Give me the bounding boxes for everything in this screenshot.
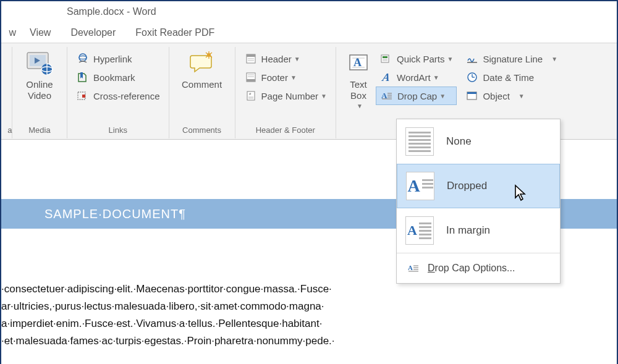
group-frag-label: a	[1, 125, 12, 136]
footer-label: Footer	[261, 72, 288, 83]
group-links: Hyperlink Bookmark Cross-reference Links	[67, 47, 169, 138]
drop-cap-none[interactable]: None	[397, 119, 560, 164]
quick-parts-button[interactable]: Quick Parts ▼	[376, 49, 457, 68]
tab-foxit[interactable]: Foxit Reader PDF	[125, 22, 224, 43]
page-number-label: Page Number	[261, 91, 319, 101]
wordart-label: WordArt	[397, 72, 431, 83]
comment-button[interactable]: Comment	[174, 47, 230, 90]
drop-cap-label: Drop Cap	[397, 91, 437, 101]
drop-cap-dropped[interactable]: A Dropped	[397, 164, 560, 208]
group-fragment: a	[1, 47, 12, 138]
svg-rect-15	[247, 54, 255, 57]
chevron-down-icon: ▼	[433, 74, 439, 81]
group-hf-label: Header & Footer	[256, 125, 315, 136]
group-comments-label: Comments	[182, 125, 221, 136]
comment-label: Comment	[182, 79, 222, 90]
svg-point-7	[79, 56, 87, 59]
header-button[interactable]: Header ▼	[240, 49, 331, 68]
bookmark-button[interactable]: Bookmark	[72, 68, 164, 87]
svg-rect-30	[381, 55, 389, 62]
drop-cap-menu: None A Dropped A In margin A Drop Cap Op…	[396, 119, 561, 284]
online-video-label: Online Video	[26, 79, 53, 101]
window-title: Sample.docx - Word	[1, 1, 617, 22]
quick-parts-label: Quick Parts	[397, 54, 445, 64]
drop-cap-dropped-icon: A	[406, 172, 434, 200]
svg-point-6	[79, 54, 87, 61]
drop-cap-dropped-label: Dropped	[447, 180, 487, 192]
tab-view[interactable]: View	[20, 22, 61, 43]
page-number-icon: #	[244, 90, 258, 101]
signature-line-label: Signature Line	[483, 54, 543, 64]
hyperlink-icon	[76, 53, 90, 64]
wordart-button[interactable]: A WordArt ▼	[376, 68, 457, 87]
cross-reference-label: Cross-reference	[93, 91, 160, 101]
body-line: ·consectetuer·adipiscing·elit.·Maecenas·…	[1, 281, 409, 298]
svg-rect-9	[82, 95, 85, 98]
chevron-down-icon: ▼	[294, 56, 300, 62]
hyperlink-button[interactable]: Hyperlink	[72, 49, 164, 68]
chevron-down-icon: ▼	[519, 93, 525, 99]
body-line: ar·ultricies,·purus·lectus·malesuada·lib…	[1, 298, 409, 315]
quick-parts-icon	[379, 53, 393, 64]
chevron-down-icon: ▼	[439, 93, 446, 99]
drop-cap-in-margin[interactable]: A In margin	[397, 208, 560, 253]
hyperlink-label: Hyperlink	[93, 54, 132, 64]
group-links-label: Links	[109, 125, 127, 136]
chevron-down-icon: ▼	[357, 103, 363, 109]
chevron-down-icon: ▼	[551, 56, 557, 62]
chevron-down-icon: ▼	[321, 93, 327, 99]
footer-button[interactable]: Footer ▼	[240, 68, 331, 87]
cross-reference-button[interactable]: Cross-reference	[72, 87, 164, 105]
header-icon	[244, 53, 258, 64]
drop-cap-none-label: None	[446, 135, 472, 148]
group-header-footer: Header ▼ Footer ▼ # Page Number ▼	[235, 47, 336, 138]
svg-rect-19	[247, 79, 255, 82]
object-button[interactable]: Object ▼	[462, 87, 561, 105]
text-box-icon: A	[348, 49, 369, 77]
bookmark-label: Bookmark	[93, 72, 135, 83]
page-number-button[interactable]: # Page Number ▼	[240, 87, 331, 105]
drop-cap-options-label: Drop Cap Options...	[428, 263, 515, 274]
tab-fragment[interactable]: w	[1, 22, 20, 43]
online-video-button[interactable]: Online Video	[17, 47, 62, 101]
document-body[interactable]: ·consectetuer·adipiscing·elit.·Maecenas·…	[1, 281, 409, 350]
bookmark-icon	[76, 72, 90, 83]
drop-cap-in-margin-icon: A	[405, 216, 434, 245]
body-line: a·imperdiet·enim.·Fusce·est.·Vivamus·a·t…	[1, 315, 409, 332]
drop-cap-icon: A	[380, 90, 394, 101]
object-icon	[465, 90, 479, 101]
comment-icon	[188, 49, 216, 77]
drop-cap-in-margin-label: In margin	[446, 224, 490, 237]
chevron-down-icon: ▼	[290, 74, 297, 81]
tab-developer[interactable]: Developer	[61, 22, 125, 43]
ribbon-tabs: w View Developer Foxit Reader PDF	[1, 22, 617, 43]
wordart-icon: A	[379, 71, 393, 84]
header-label: Header	[261, 54, 292, 64]
date-time-icon	[465, 72, 479, 83]
footer-icon	[244, 72, 258, 83]
signature-line-icon	[465, 53, 479, 64]
online-video-icon	[26, 49, 53, 77]
object-label: Object	[483, 91, 509, 101]
cross-reference-icon	[76, 90, 90, 101]
group-media: Online Video Media	[12, 47, 67, 138]
drop-cap-button[interactable]: A Drop Cap ▼	[376, 87, 457, 105]
svg-rect-31	[383, 56, 387, 58]
group-comments: Comment Comments	[169, 47, 235, 138]
drop-cap-options[interactable]: A Drop Cap Options...	[397, 253, 560, 283]
drop-cap-none-icon	[405, 127, 434, 156]
body-line: ·et·malesuada·fames·ac·turpis·egestas.·P…	[1, 332, 409, 350]
date-time-label: Date & Time	[483, 72, 534, 83]
text-box-label: Text Box	[350, 79, 367, 101]
chevron-down-icon: ▼	[447, 56, 454, 62]
drop-cap-options-icon: A	[405, 263, 421, 274]
group-media-label: Media	[28, 125, 50, 136]
svg-text:A: A	[408, 264, 413, 271]
signature-line-button[interactable]: Signature Line ▼	[462, 49, 561, 68]
svg-rect-44	[467, 92, 476, 94]
text-box-button[interactable]: A Text Box ▼	[341, 47, 376, 109]
date-time-button[interactable]: Date & Time	[462, 68, 561, 87]
